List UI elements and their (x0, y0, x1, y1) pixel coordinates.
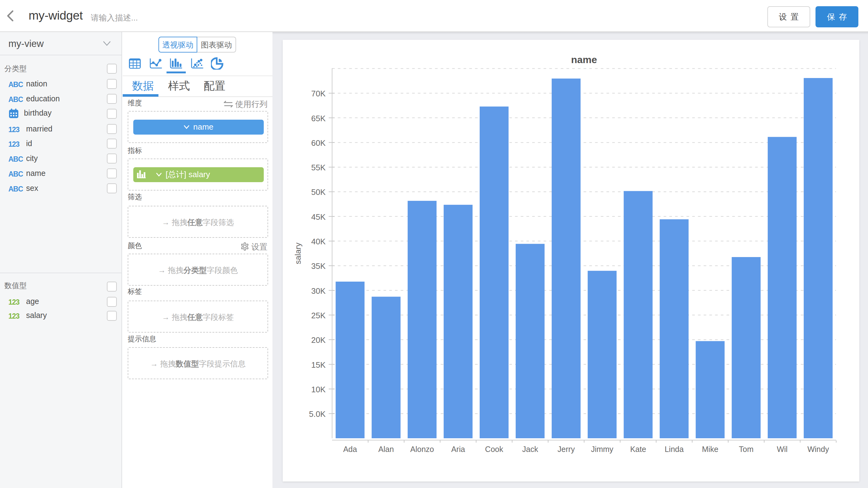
svg-text:40K: 40K (311, 237, 326, 246)
svg-text:Kate: Kate (630, 445, 646, 454)
svg-text:5.0K: 5.0K (309, 409, 326, 419)
svg-text:45K: 45K (311, 212, 326, 222)
svg-text:Ada: Ada (343, 445, 357, 454)
svg-text:Linda: Linda (664, 445, 683, 454)
svg-text:salary: salary (293, 243, 303, 264)
svg-text:10K: 10K (311, 385, 326, 394)
svg-text:70K: 70K (311, 89, 326, 98)
svg-text:Alan: Alan (378, 445, 394, 454)
svg-text:Windy: Windy (807, 445, 829, 454)
svg-text:50K: 50K (311, 187, 326, 197)
svg-text:35K: 35K (311, 262, 326, 271)
svg-text:Cook: Cook (485, 445, 503, 454)
svg-text:60K: 60K (311, 138, 326, 148)
svg-text:Jerry: Jerry (558, 445, 575, 454)
svg-text:Aria: Aria (451, 445, 465, 454)
svg-text:name: name (571, 54, 597, 65)
svg-text:Tom: Tom (739, 445, 753, 454)
svg-text:Mike: Mike (702, 445, 719, 454)
svg-text:65K: 65K (311, 114, 326, 123)
svg-text:15K: 15K (311, 360, 326, 370)
svg-text:Jimmy: Jimmy (591, 445, 614, 454)
svg-text:25K: 25K (311, 311, 326, 320)
svg-text:Wil: Wil (777, 445, 787, 454)
svg-text:55K: 55K (311, 163, 326, 172)
svg-text:20K: 20K (311, 335, 326, 345)
svg-text:30K: 30K (311, 286, 326, 296)
svg-text:Jack: Jack (522, 445, 538, 454)
svg-text:Alonzo: Alonzo (410, 445, 434, 454)
